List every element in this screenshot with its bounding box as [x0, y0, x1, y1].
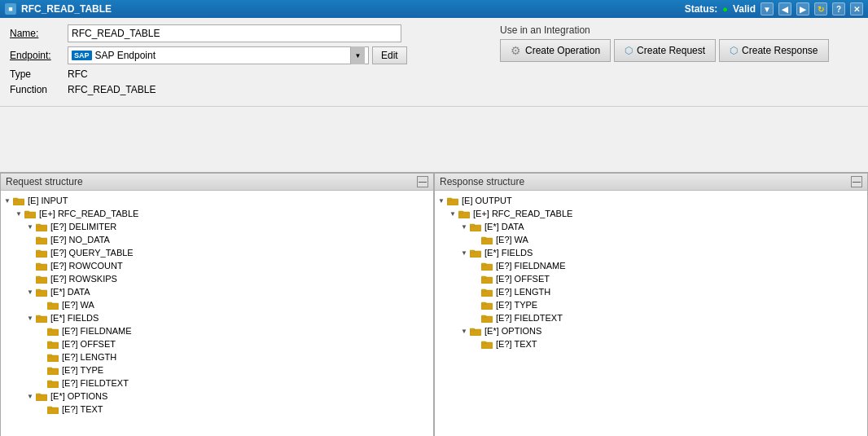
tree-item[interactable]: [E?] TYPE	[2, 363, 432, 377]
folder-icon	[36, 234, 47, 245]
help-btn[interactable]: ?	[832, 2, 845, 15]
dropdown-arrow-btn[interactable]: ▼	[761, 2, 774, 15]
svg-rect-19	[36, 315, 41, 318]
tree-toggle[interactable]: ▼	[4, 197, 11, 205]
tree-item-label: [E+] RFC_READ_TABLE	[473, 209, 572, 218]
folder-icon	[36, 312, 47, 324]
tree-item[interactable]: ▼ [E] INPUT	[2, 194, 432, 207]
tree-item[interactable]: ▼ [E*] FIELDS	[436, 246, 866, 259]
forward-btn[interactable]: ▶	[796, 2, 809, 15]
svg-rect-45	[481, 263, 486, 266]
svg-rect-27	[47, 368, 52, 370]
type-row: Type RFC	[10, 68, 858, 80]
folder-icon	[47, 403, 59, 415]
tree-toggle[interactable]: ▼	[27, 288, 33, 296]
app-icon: ■	[5, 3, 16, 15]
tree-toggle[interactable]: ▼	[27, 315, 33, 322]
folder-icon	[481, 338, 493, 350]
tree-item[interactable]: [E?] TYPE	[436, 298, 866, 311]
tree-item-label: [E?] OFFSET	[62, 339, 116, 349]
tree-item[interactable]: [E?] FIELDNAME	[2, 324, 432, 337]
tree-item[interactable]: [E?] ROWSKIPS	[2, 272, 432, 285]
tree-item[interactable]: [E?] FIELDTEXT	[2, 377, 432, 390]
tree-item[interactable]: [E?] FIELDNAME	[436, 259, 866, 272]
tree-toggle[interactable]: ▼	[15, 210, 22, 218]
back-btn[interactable]: ◀	[778, 2, 791, 15]
create-response-button[interactable]: ⬡ Create Response	[719, 39, 828, 62]
function-row: Function RFC_READ_TABLE	[10, 84, 858, 95]
svg-rect-11	[36, 263, 41, 266]
tree-item[interactable]: ▼ [E+] RFC_READ_TABLE	[436, 207, 866, 220]
tree-item-label: [E*] OPTIONS	[50, 391, 107, 401]
response-panel-header: Response structure —	[435, 174, 867, 191]
folder-icon	[47, 325, 59, 337]
panels-container: Request structure — ▼ [E] INPUT▼ [E+] RF…	[0, 172, 868, 436]
tree-toggle[interactable]: ▼	[27, 393, 33, 400]
tree-toggle[interactable]: ▼	[461, 223, 467, 231]
svg-rect-57	[481, 341, 486, 344]
folder-icon	[458, 208, 470, 219]
svg-rect-43	[470, 250, 475, 253]
response-panel-minimize[interactable]: —	[851, 176, 862, 187]
tree-toggle[interactable]: ▼	[461, 249, 467, 257]
tree-item[interactable]: ▼ [E+] RFC_READ_TABLE	[2, 207, 432, 220]
folder-icon	[481, 273, 493, 284]
tree-item[interactable]: ▼ [E?] DELIMITER	[2, 220, 432, 233]
edit-button[interactable]: Edit	[372, 46, 407, 64]
tree-item[interactable]: ▼ [E*] OPTIONS	[436, 324, 866, 337]
endpoint-label: Endpoint:	[10, 50, 63, 61]
tree-toggle[interactable]: ▼	[438, 197, 445, 205]
tree-item[interactable]: [E?] NO_DATA	[2, 233, 432, 246]
tree-item-label: [E?] FIELDNAME	[496, 261, 566, 271]
request-panel-minimize[interactable]: —	[417, 176, 428, 187]
tree-item[interactable]: [E?] TEXT	[2, 403, 432, 416]
folder-icon	[481, 299, 493, 310]
tree-item[interactable]: ▼ [E*] FIELDS	[2, 311, 432, 324]
create-operation-button[interactable]: ⚙ Create Operation	[500, 39, 611, 62]
create-operation-label: Create Operation	[525, 45, 600, 56]
tree-item-label: [E?] WA	[62, 300, 94, 310]
tree-item[interactable]: ▼ [E*] OPTIONS	[2, 390, 432, 403]
tree-item-label: [E?] WA	[496, 235, 528, 244]
tree-item[interactable]: [E?] TEXT	[436, 337, 866, 350]
svg-rect-13	[36, 276, 41, 279]
tree-item[interactable]: [E?] OFFSET	[2, 337, 432, 350]
tree-item-label: [E?] LENGTH	[62, 352, 116, 362]
refresh-btn[interactable]: ↻	[814, 2, 827, 15]
tree-item-label: [E?] NO_DATA	[50, 235, 110, 244]
tree-toggle[interactable]: ▼	[27, 223, 33, 231]
close-btn[interactable]: ✕	[850, 2, 863, 15]
tree-toggle[interactable]: ▼	[449, 210, 456, 218]
folder-icon	[447, 195, 458, 206]
folder-icon	[470, 221, 481, 232]
svg-rect-39	[470, 224, 475, 227]
endpoint-select[interactable]: SAP SAP Endpoint ▼	[68, 46, 369, 64]
tree-toggle[interactable]: ▼	[461, 328, 467, 335]
tree-item[interactable]: [E?] WA	[2, 298, 432, 311]
dropdown-arrow[interactable]: ▼	[350, 46, 365, 64]
svg-rect-33	[47, 407, 52, 409]
tree-item[interactable]: ▼ [E] OUTPUT	[436, 194, 866, 207]
tree-item[interactable]: [E?] FIELDTEXT	[436, 311, 866, 324]
svg-rect-37	[458, 211, 463, 214]
tree-item[interactable]: ▼ [E*] DATA	[2, 285, 432, 298]
window-title: RFC_READ_TABLE	[21, 3, 112, 15]
tree-item[interactable]: [E?] LENGTH	[2, 350, 432, 363]
tree-item-label: [E?] TEXT	[62, 404, 103, 414]
tree-item[interactable]: [E?] OFFSET	[436, 272, 866, 285]
endpoint-container: SAP SAP Endpoint ▼ Edit	[68, 46, 407, 64]
request-icon: ⬡	[625, 45, 633, 56]
svg-rect-3	[24, 211, 29, 214]
tree-item[interactable]: [E?] LENGTH	[436, 285, 866, 298]
tree-item[interactable]: [E?] WA	[436, 233, 866, 246]
folder-icon	[470, 325, 481, 337]
tree-item[interactable]: [E?] QUERY_TABLE	[2, 246, 432, 259]
create-request-button[interactable]: ⬡ Create Request	[614, 39, 716, 62]
status-label: Status:	[685, 3, 718, 15]
tree-item[interactable]: ▼ [E*] DATA	[436, 220, 866, 233]
create-response-label: Create Response	[742, 45, 818, 56]
type-label: Type	[10, 68, 63, 80]
name-input[interactable]	[68, 24, 401, 42]
folder-icon	[470, 247, 481, 258]
tree-item[interactable]: [E?] ROWCOUNT	[2, 259, 432, 272]
